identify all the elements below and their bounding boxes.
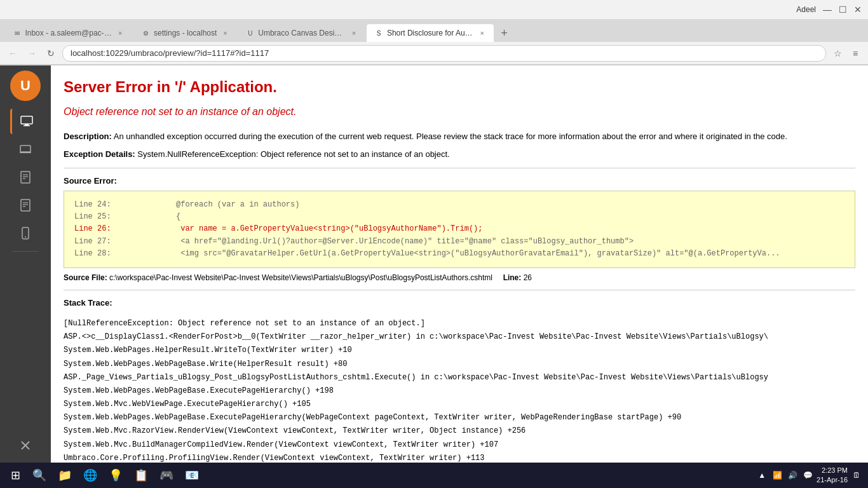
source-line: Line 24:@foreach (var a in authors) [74,199,844,211]
tab-tab-inbox[interactable]: ✉Inbox - a.saleem@pac-in...× [5,24,132,42]
error-description: Description: An unhandled exception occu… [64,130,855,143]
stack-trace-label: Stack Trace: [64,298,855,308]
page2-icon [19,199,32,212]
close-x-icon [19,439,32,452]
line-label: Line: [503,273,524,282]
tab-close-tab-umbraco[interactable]: × [350,29,358,37]
stack-trace-line: System.Web.WebPages.WebPageBase.Write(He… [64,358,855,370]
stack-trace-line: System.Web.Mvc.BuildManagerCompiledView.… [64,439,855,451]
tab-label-tab-umbraco: Umbraco Canvas Designe... [258,29,346,37]
new-tab-button[interactable]: + [495,24,513,42]
sidebar-item-mobile[interactable] [10,220,41,246]
hr-2 [64,290,855,290]
window-controls: — ☐ ✕ [822,4,863,15]
tab-favicon-tab-umbraco: U [246,29,254,37]
tab-label-tab-disclosure: Short Disclosure for Aust... [387,29,474,37]
svg-rect-0 [21,116,32,124]
description-text: An unhandled exception occurred during t… [114,132,787,141]
tab-close-tab-disclosure[interactable]: × [478,29,487,37]
taskbar-misc3-icon[interactable]: 📧 [180,464,203,487]
tab-tab-settings[interactable]: ⚙settings - localhost× [133,24,237,42]
stack-trace-box: [NullReferenceException: Object referenc… [64,313,855,463]
svg-rect-9 [21,200,30,211]
taskbar-misc2-icon[interactable]: 🎮 [155,464,178,487]
tab-favicon-tab-inbox: ✉ [13,29,21,37]
taskbar: ⊞ 🔍 📁 🌐 💡 📋 🎮 📧 ▲ 📶 🔊 💬 2:23 PM 21-Apr-1… [0,463,868,488]
misc2-icon: 🎮 [159,468,173,482]
tab-favicon-tab-disclosure: S [374,29,383,37]
tray-calendar-icon[interactable]: 🗓 [850,469,863,482]
source-error-label: Source Error: [64,176,855,186]
maximize-button[interactable]: ☐ [837,4,848,15]
stack-trace-line: System.Web.Mvc.WebViewPage.ExecutePageHi… [64,398,855,410]
tab-tab-umbraco[interactable]: UUmbraco Canvas Designe...× [238,24,365,42]
page-icon [19,171,32,184]
sidebar-item-page[interactable] [10,165,41,190]
stack-trace-line: System.Web.Mvc.RazorView.RenderView(View… [64,425,855,437]
taskbar-vs-icon[interactable]: 💡 [104,464,127,487]
close-button[interactable]: ✕ [853,4,863,15]
forward-button[interactable]: → [24,46,39,61]
taskbar-search-icon[interactable]: 🔍 [28,464,51,487]
svg-rect-4 [20,152,31,153]
svg-rect-1 [25,124,29,125]
address-input[interactable] [62,45,826,62]
sidebar-item-laptop[interactable] [10,137,41,162]
mobile-icon [19,227,32,240]
tray-volume-icon[interactable]: 🔊 [786,469,799,482]
exception-details: Exception Details: System.NullReferenceE… [64,148,855,161]
stack-trace-line: System.Web.WebPages.WebPageBase.ExecuteP… [64,385,855,397]
address-bar: ← → ↻ ☆ ≡ [0,42,868,65]
sidebar-bottom [10,433,41,458]
sidebar-item-close[interactable] [10,433,41,458]
exception-detail-text: System.NullReferenceException: Object re… [137,149,449,159]
taskbar-files-icon[interactable]: 📁 [53,464,76,487]
exception-label: Exception Details: [64,149,135,159]
files-icon: 📁 [58,468,72,482]
misc1-icon: 📋 [134,468,148,482]
source-line: Line 27: <a href="@landing.Url()?author=… [74,236,844,248]
stack-trace-line: ASP.<>c__DisplayClass1.<RenderForPost>b_… [64,331,855,343]
tab-close-tab-inbox[interactable]: × [116,29,125,37]
source-file-path: c:\workspace\Pac-Invest Website\Pac-Inve… [109,273,492,282]
umbraco-logo[interactable]: U [10,71,41,101]
tray-network-icon[interactable]: 📶 [771,469,783,482]
vs-icon: 💡 [109,468,123,482]
taskbar-misc1-icon[interactable]: 📋 [130,464,153,487]
title-bar: Adeel — ☐ ✕ [0,0,868,19]
svg-rect-3 [20,146,31,152]
sidebar-item-desktop[interactable] [10,109,41,134]
source-line: Line 25:{ [74,211,844,223]
time-display: 2:23 PM [817,466,848,475]
source-file-label: Source File: [64,273,107,282]
source-file-line: Source File: c:\workspace\Pac-Invest Web… [64,273,855,282]
tab-tab-disclosure[interactable]: SShort Disclosure for Aust...× [367,24,494,42]
tray-arrow-icon[interactable]: ▲ [756,469,768,482]
stack-trace-line: System.Web.WebPages.WebPageBase.ExecuteP… [64,412,855,424]
error-subtitle: Object reference not set to an instance … [64,106,855,118]
svg-rect-5 [21,172,30,183]
minimize-button[interactable]: — [822,4,832,15]
tab-favicon-tab-settings: ⚙ [141,29,150,37]
bookmark-button[interactable]: ☆ [830,46,845,61]
tab-label-tab-inbox: Inbox - a.saleem@pac-in... [25,29,112,37]
menu-button[interactable]: ≡ [848,46,863,61]
stack-trace-line: System.Web.WebPages.HelperResult.WriteTo… [64,344,855,356]
tray-message-icon[interactable]: 💬 [801,469,814,482]
source-line: Line 26: var name = a.GetPropertyValue<s… [74,223,844,235]
tab-container: ✉Inbox - a.saleem@pac-in...×⚙settings - … [5,24,494,42]
sidebar: U [0,65,51,463]
back-button[interactable]: ← [5,46,20,61]
tab-label-tab-settings: settings - localhost [154,29,217,37]
tab-bar: ✉Inbox - a.saleem@pac-in...×⚙settings - … [0,19,868,42]
tab-close-tab-settings[interactable]: × [220,29,229,37]
start-button[interactable]: ⊞ [5,465,25,485]
svg-rect-2 [24,125,30,126]
reload-button[interactable]: ↻ [43,46,58,61]
taskbar-chrome-icon[interactable]: 🌐 [79,464,102,487]
laptop-icon [19,143,32,156]
main-layout: U [0,65,868,463]
taskbar-right: ▲ 📶 🔊 💬 2:23 PM 21-Apr-16 🗓 [756,466,863,485]
sidebar-item-page2[interactable] [10,193,41,218]
sys-tray-icons: ▲ 📶 🔊 💬 [756,469,814,482]
